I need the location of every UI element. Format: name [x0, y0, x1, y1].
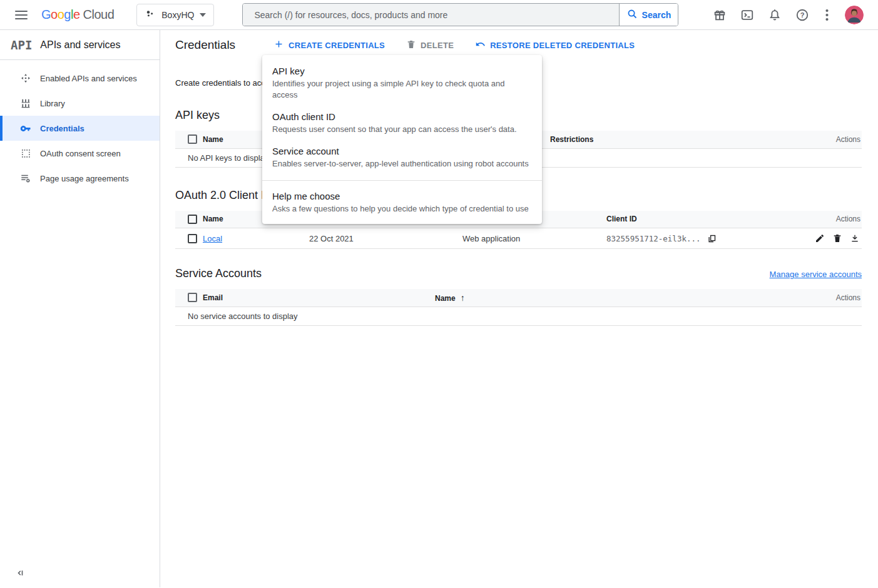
page-agreements-icon [20, 173, 31, 184]
empty-row: No service accounts to display [175, 307, 862, 325]
table-row: Local 22 Oct 2021 Web application 832559… [175, 228, 862, 249]
collapse-sidebar-icon[interactable] [14, 567, 26, 579]
menu-item-title: Service account [272, 145, 532, 158]
project-selector[interactable]: BoxyHQ [136, 4, 214, 26]
more-vertical-icon[interactable] [822, 8, 831, 23]
creation-date-cell: 22 Oct 2021 [309, 228, 462, 249]
trash-icon [406, 39, 416, 51]
sidebar-item-label: Enabled APIs and services [40, 74, 137, 83]
edit-icon[interactable] [814, 233, 825, 244]
sidebar-item-label: Page usage agreements [40, 174, 129, 183]
help-icon[interactable]: ? [795, 8, 810, 23]
column-header-actions: Actions [805, 211, 862, 228]
sidebar-item-label: Credentials [40, 124, 84, 133]
menu-item-title: API key [272, 65, 532, 78]
sidebar-item-label: Library [40, 99, 65, 108]
svg-text:?: ? [800, 11, 805, 18]
table-header-row: Email Name↑ Actions [175, 289, 862, 307]
google-cloud-console: Google Cloud BoxyHQ Search [0, 0, 878, 588]
column-header-actions: Actions [812, 131, 862, 148]
client-name-link[interactable]: Local [203, 234, 222, 243]
search-button-label: Search [642, 10, 671, 20]
search-field[interactable] [243, 4, 619, 26]
notifications-icon[interactable] [767, 8, 782, 23]
search-icon [627, 9, 638, 21]
appbar-icon-group: ? [712, 6, 864, 24]
library-icon [20, 98, 31, 109]
sidebar-item-page-usage-agreements[interactable]: Page usage agreements [0, 166, 160, 191]
client-id-value: 83255951712-eil3k... [606, 234, 701, 243]
delete-icon[interactable] [832, 233, 843, 244]
sort-ascending-icon[interactable]: ↑ [461, 293, 465, 303]
manage-service-accounts-link[interactable]: Manage service accounts [770, 270, 862, 279]
delete-label: DELETE [421, 41, 454, 50]
google-cloud-logo[interactable]: Google Cloud [41, 8, 114, 22]
type-cell: Web application [462, 228, 606, 249]
menu-item-description: Requests user consent so that your app c… [272, 124, 532, 135]
chevron-down-icon [200, 13, 206, 17]
create-credentials-menu: API key Identifies your project using a … [262, 55, 542, 224]
sidebar-item-label: OAuth consent screen [40, 149, 121, 158]
column-header-email[interactable]: Email [203, 289, 435, 307]
service-accounts-heading: Service Accounts [175, 267, 262, 280]
menu-item-title: OAuth client ID [272, 111, 532, 123]
sidebar-nav: Enabled APIs and services Library Creden… [0, 60, 160, 191]
delete-button[interactable]: DELETE [406, 39, 454, 51]
menu-item-description: Asks a few questions to help you decide … [272, 203, 532, 215]
toolbar: CREATE CREDENTIALS DELETE RESTORE DELETE… [273, 39, 635, 51]
create-credentials-label: CREATE CREDENTIALS [288, 41, 385, 50]
app-bar: Google Cloud BoxyHQ Search [0, 0, 878, 30]
select-all-checkbox[interactable] [188, 293, 197, 302]
undo-icon [475, 39, 486, 51]
column-header-name[interactable]: Name↑ [435, 289, 812, 307]
column-header-actions: Actions [812, 289, 862, 307]
sidebar-item-oauth-consent[interactable]: OAuth consent screen [0, 141, 160, 166]
sidebar-item-credentials[interactable]: Credentials [0, 116, 160, 141]
oauth-consent-icon [20, 148, 31, 159]
sidebar-item-library[interactable]: Library [0, 91, 160, 116]
column-header-client-id[interactable]: Client ID [606, 211, 805, 228]
menu-item-oauth-client-id[interactable]: OAuth client ID Requests user consent so… [262, 106, 542, 141]
project-name: BoxyHQ [161, 10, 194, 20]
menu-item-title: Help me choose [272, 190, 532, 203]
logo-cloud: Cloud [83, 8, 115, 22]
restore-label: RESTORE DELETED CREDENTIALS [490, 41, 635, 50]
search-input[interactable] [253, 9, 609, 21]
plus-icon [273, 39, 284, 51]
gift-icon[interactable] [712, 8, 727, 23]
create-credentials-button[interactable]: CREATE CREDENTIALS [273, 39, 385, 51]
search-button[interactable]: Search [619, 4, 678, 26]
service-accounts-header: Service Accounts Manage service accounts [175, 267, 862, 280]
menu-item-help-me-choose[interactable]: Help me choose Asks a few questions to h… [262, 186, 542, 220]
select-all-checkbox[interactable] [188, 215, 197, 224]
restore-deleted-credentials-button[interactable]: RESTORE DELETED CREDENTIALS [475, 39, 635, 51]
sidebar-header: API APIs and services [0, 30, 160, 60]
service-accounts-empty-message: No service accounts to display [175, 307, 862, 325]
select-all-checkbox[interactable] [188, 134, 197, 144]
sidebar-title: APIs and services [40, 39, 120, 51]
menu-item-service-account[interactable]: Service account Enables server-to-server… [262, 141, 542, 175]
sidebar: API APIs and services Enabled APIs and s… [0, 30, 160, 587]
column-header-restrictions[interactable]: Restrictions [550, 131, 812, 148]
cloud-shell-icon[interactable] [740, 8, 755, 23]
hamburger-icon[interactable] [15, 11, 28, 19]
row-checkbox[interactable] [188, 234, 197, 243]
key-icon [20, 123, 31, 134]
project-icon [145, 8, 156, 22]
logo-google: Google [41, 8, 80, 22]
download-icon[interactable] [849, 233, 860, 244]
menu-item-description: Identifies your project using a simple A… [272, 78, 532, 101]
sidebar-item-enabled-apis[interactable]: Enabled APIs and services [0, 66, 160, 91]
copy-icon[interactable] [707, 233, 717, 243]
menu-item-description: Enables server-to-server, app-level auth… [272, 158, 532, 170]
service-accounts-table: Email Name↑ Actions No service accounts … [175, 289, 862, 326]
menu-item-api-key[interactable]: API key Identifies your project using a … [262, 61, 542, 106]
api-product-logo: API [11, 38, 32, 52]
avatar[interactable] [845, 6, 864, 24]
search-bar: Search [242, 3, 678, 26]
page-title: Credentials [175, 38, 235, 52]
menu-divider [262, 180, 542, 181]
enabled-apis-icon [20, 73, 31, 84]
